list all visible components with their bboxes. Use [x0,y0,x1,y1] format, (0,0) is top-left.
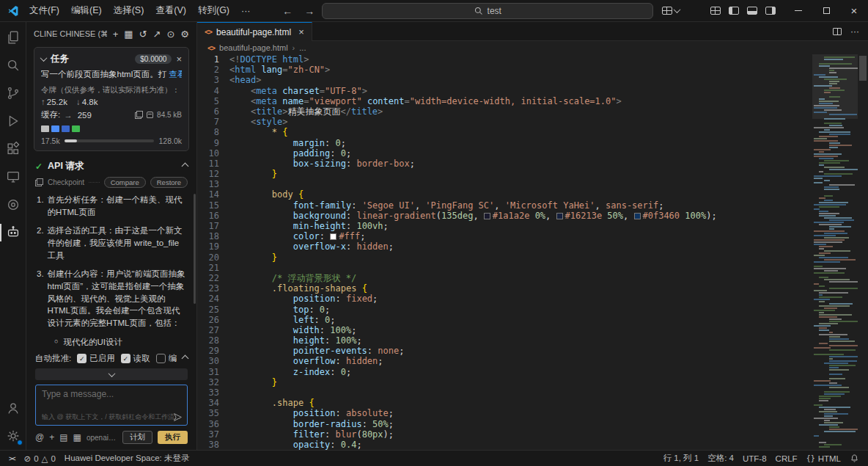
search-icon[interactable] [0,51,26,79]
history-icon[interactable]: ↺ [139,29,147,40]
see-more-link[interactable]: 查看更多 [169,70,182,79]
toggle-secondary-sidebar-icon[interactable] [765,7,776,15]
encoding[interactable]: UTF-8 [738,454,771,463]
cline-icon[interactable] [0,219,26,247]
model-selector[interactable]: openai-compat:MiniM... [87,434,117,442]
maximize-button[interactable] [812,0,840,21]
menu-item-1[interactable]: 编辑(E) [65,4,108,17]
checkbox-checked-icon[interactable]: ✓ [121,354,130,363]
chat-input[interactable] [42,389,181,399]
line-number: 30 [197,356,219,366]
mcp-servers-icon[interactable]: ▦ [124,29,133,40]
problems-indicator[interactable]: ⊘ 0 △ 0 [20,451,60,466]
plan-mode-button[interactable]: 计划 [122,431,152,444]
remote-indicator[interactable]: >< [4,451,20,466]
editor-more-actions-icon[interactable]: ··· [850,26,859,37]
menu-item-4[interactable]: 转到(G) [192,4,235,17]
act-mode-button[interactable]: 执行 [158,431,188,444]
api-request-title: API 请求 [48,160,177,172]
menu-overflow[interactable]: ··· [235,6,257,16]
color-swatch [484,213,490,219]
close-window-button[interactable]: × [840,0,868,21]
auto-approve-bar[interactable]: 自动批准: ✓已启用✓读取编辑 [26,349,196,368]
accounts-icon[interactable] [0,394,26,422]
expand-chat-button[interactable] [35,368,188,380]
auto-approve-option[interactable]: ✓已启用 [77,353,115,364]
auto-approve-option[interactable]: ✓读取 [121,353,150,364]
customize-layout-icon[interactable] [710,7,721,15]
check-icon: ✓ [35,161,43,172]
code-line: padding: 0; [229,148,812,159]
auto-approve-chevron-icon[interactable] [182,355,189,363]
account-icon[interactable]: ⊙ [166,29,174,40]
toggle-panel-icon[interactable] [747,7,757,15]
add-icon[interactable]: + [49,432,54,443]
huawei-account-status[interactable]: Huawei Developer Space: 未登录 [60,451,194,466]
task-close-icon[interactable]: × [176,54,182,65]
extensions-icon[interactable] [0,135,26,163]
sidebar-scrollbar[interactable] [194,194,196,304]
line-number: 33 [197,387,219,398]
notifications-bell-icon[interactable] [845,454,864,463]
editor-scrollbar[interactable] [858,54,868,450]
context-block [62,125,70,132]
context-block [41,125,49,132]
tab-beautiful-page[interactable]: <> beautiful-page.html × [197,22,312,41]
html-file-icon: <> [205,28,212,36]
mcp-icon[interactable]: ▦ [73,432,81,443]
image-icon[interactable]: ▤ [59,432,67,443]
tab-close-icon[interactable]: × [298,26,304,37]
tokens-label: 令牌（仅供参考，请以实际消耗为准）： [41,85,182,95]
source-control-icon[interactable] [0,79,26,107]
split-editor-icon[interactable] [833,28,842,35]
compare-button[interactable]: Compare [104,177,146,188]
code-content[interactable]: <!DOCTYPE html><html lang="zh-CN"><head>… [229,54,812,450]
settings-gear-icon[interactable] [0,422,26,450]
api-request-header[interactable]: ✓ API 请求 [26,157,196,174]
checkbox-checked-icon[interactable]: ✓ [77,354,87,363]
checkpoint-row: Checkpoint Compare Restore [26,174,196,191]
menu-item-2[interactable]: 选择(S) [108,4,150,17]
auto-approve-option[interactable]: 编辑 [156,353,177,364]
line-number: 26 [197,315,219,325]
forward-icon[interactable]: → [300,5,319,17]
eol-sequence[interactable]: CRLF [771,454,802,463]
huawei-icon[interactable] [0,191,26,219]
remote-explorer-icon[interactable] [0,163,26,191]
at-context-icon[interactable]: @ [35,432,44,443]
breadcrumb-symbol[interactable]: ... [299,43,306,52]
cache-value: 259 [78,111,92,120]
copy-icon[interactable] [135,111,143,119]
checkbox-unchecked-icon[interactable] [156,354,166,363]
open-in-editor-icon[interactable]: ↗ [153,29,161,40]
minimap[interactable] [812,54,858,450]
back-icon[interactable]: ← [278,5,297,17]
run-and-debug-icon[interactable] [0,107,26,135]
scrollbar-thumb[interactable] [859,56,867,81]
indentation[interactable]: 空格: 4 [703,453,738,464]
breadcrumb-file[interactable]: beautiful-page.html [219,43,288,52]
settings-icon[interactable]: ⚙ [180,29,189,40]
toggle-primary-sidebar-icon[interactable] [729,7,739,15]
command-center-search[interactable]: test [322,3,653,19]
minimize-button[interactable] [784,0,812,21]
line-number: 14 [197,189,219,200]
language-mode[interactable]: {} HTML [802,454,845,463]
restore-button[interactable]: Restore [150,177,188,188]
menu-item-3[interactable]: 查看(V) [150,4,192,17]
copilot-menu-button[interactable] [662,7,680,15]
task-expand-chevron-icon[interactable] [40,54,48,62]
code-line [229,179,812,189]
line-number: 7 [197,117,219,127]
explorer-icon[interactable] [0,23,26,51]
task-card: 任务 $0.0000 × 写一个前段页面抽象html页面。打 查看更多 令牌（仅… [34,47,189,151]
breadcrumb[interactable]: <> beautiful-page.html › ... [197,41,868,54]
menu-item-0[interactable]: 文件(F) [23,4,65,17]
cursor-position[interactable]: 行 1, 列 1 [659,453,704,464]
tab-bar: <> beautiful-page.html × ··· [197,22,868,41]
collapse-chevron-icon[interactable] [182,163,189,170]
chat-input-box[interactable]: 输入 @ 获取上下文，/ 获取斜杠命令和工作流... [35,385,188,426]
new-task-icon[interactable]: + [113,29,119,40]
code-editor[interactable]: 1234567891011121314151617181920212223242… [197,54,868,450]
send-icon[interactable] [173,412,183,422]
